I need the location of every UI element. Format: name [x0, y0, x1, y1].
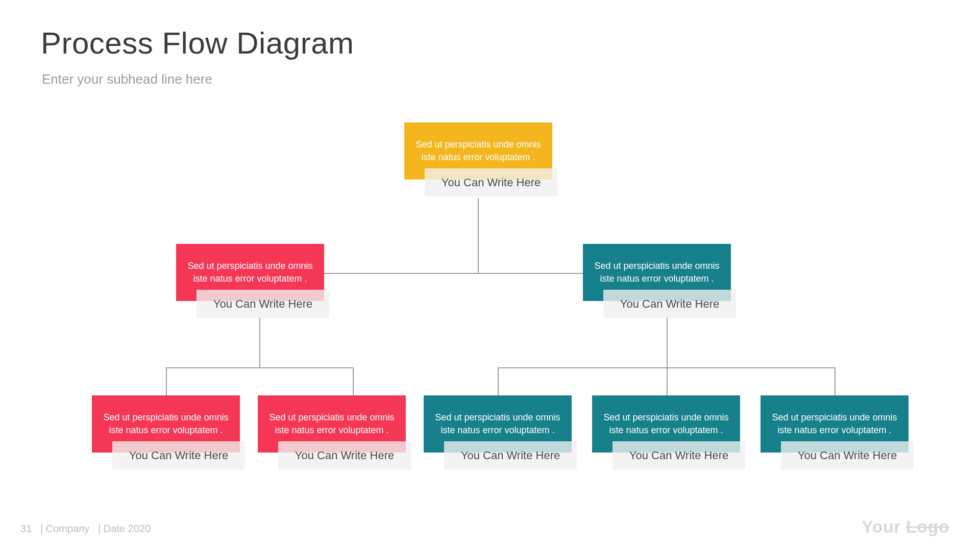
node-left-text: Sed ut perspiciatis unde omnis iste natu… — [185, 260, 315, 285]
connector — [667, 367, 668, 395]
connector — [835, 367, 836, 395]
node-root: Sed ut perspiciatis unde omnis iste natu… — [404, 122, 552, 180]
node-r1-text: Sed ut perspiciatis unde omnis iste natu… — [433, 411, 562, 437]
footer-company: | Company — [40, 523, 89, 534]
node-right-text: Sed ut perspiciatis unde omnis iste natu… — [592, 260, 722, 285]
connector — [667, 318, 668, 367]
page-title: Process Flow Diagram — [41, 26, 354, 61]
node-l1: Sed ut perspiciatis unde omnis iste natu… — [92, 395, 240, 453]
node-r3-tint — [781, 441, 909, 453]
slide: Process Flow Diagram Enter your subhead … — [0, 0, 980, 551]
footer: 31 | Company | Date 2020 — [20, 523, 151, 535]
connector — [478, 198, 479, 273]
connector — [166, 367, 167, 395]
node-l2: Sed ut perspiciatis unde omnis iste natu… — [258, 395, 406, 453]
node-left: Sed ut perspiciatis unde omnis iste natu… — [176, 244, 324, 301]
node-r3: Sed ut perspiciatis unde omnis iste natu… — [761, 395, 909, 453]
logo-part1: Your — [862, 517, 906, 536]
connector — [166, 367, 354, 368]
node-left-tint — [197, 290, 324, 301]
logo: Your Logo — [862, 517, 949, 537]
connector — [498, 367, 499, 395]
connector — [259, 318, 260, 367]
node-l2-tint — [278, 441, 406, 453]
logo-part2: Logo — [906, 517, 949, 536]
node-l1-tint — [112, 441, 240, 453]
node-l1-text: Sed ut perspiciatis unde omnis iste natu… — [101, 411, 231, 437]
node-r2-text: Sed ut perspiciatis unde omnis iste natu… — [601, 411, 731, 437]
node-right-tint — [603, 290, 731, 301]
connector — [353, 367, 354, 395]
node-l2-text: Sed ut perspiciatis unde omnis iste natu… — [267, 411, 397, 437]
node-r1-tint — [444, 441, 572, 453]
node-right: Sed ut perspiciatis unde omnis iste natu… — [583, 244, 731, 301]
node-root-text: Sed ut perspiciatis unde omnis iste natu… — [413, 138, 543, 164]
footer-page: 31 — [20, 523, 32, 534]
footer-date: | Date 2020 — [98, 523, 151, 534]
page-subhead: Enter your subhead line here — [42, 71, 212, 87]
node-r1: Sed ut perspiciatis unde omnis iste natu… — [424, 395, 572, 453]
node-r3-text: Sed ut perspiciatis unde omnis iste natu… — [770, 411, 899, 437]
node-r2-tint — [612, 441, 740, 453]
node-r2: Sed ut perspiciatis unde omnis iste natu… — [592, 395, 740, 453]
node-root-tint — [425, 168, 552, 180]
